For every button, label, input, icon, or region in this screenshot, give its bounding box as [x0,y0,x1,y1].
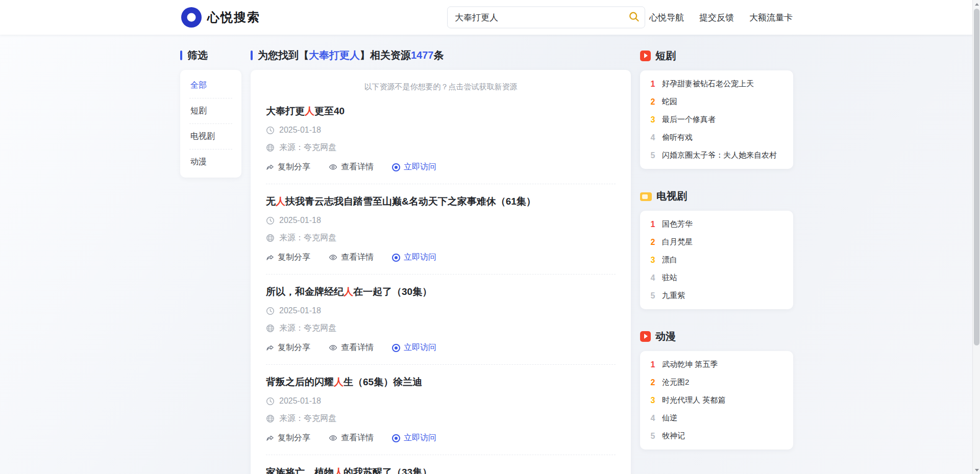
result-title-link[interactable]: 大奉打更人更至40 [266,105,616,118]
rank-text: 仙逆 [662,413,677,423]
rank-item[interactable]: 2 沧元图2 [649,373,784,391]
refresh-resources-link[interactable]: 以下资源不是你想要的？点击尝试获取新资源 [266,82,616,92]
rank-text: 偷听有戏 [662,133,693,142]
result-title-link[interactable]: 背叛之后的闪耀人生（65集）徐兰迪 [266,376,616,389]
rank-item[interactable]: 1 武动乾坤 第五季 [649,356,784,373]
scroll-up-button[interactable] [973,0,980,8]
result-title-link[interactable]: 家族将亡，植物人的我苏醒了（33集） [266,466,616,474]
view-detail-button[interactable]: 查看详情 [329,162,374,172]
results-card: 以下资源不是你想要的？点击尝试获取新资源 大奉打更人更至40 2025-01-1… [251,70,631,474]
result-source-row: 来源：夸克网盘 [266,142,616,153]
result-date-row: 2025-01-18 [266,306,616,315]
nav-link[interactable]: 提交反馈 [699,12,734,23]
filter-item[interactable]: 动漫 [189,149,232,174]
result-source-row: 来源：夸克网盘 [266,233,616,243]
nav-link[interactable]: 大额流量卡 [749,12,793,23]
tv-icon [640,191,652,202]
copy-share-button[interactable]: 复制分享 [266,162,310,172]
result-item: 无人扶我青云志我自踏雪至山巅&名动天下之家事难休（61集） 2025-01-18 [266,184,616,274]
rank-item[interactable]: 3 最后一个修真者 [649,111,784,129]
drama-play-icon [640,51,651,61]
rank-number: 5 [649,432,656,441]
rank-text: 沧元图2 [662,378,689,387]
rank-item[interactable]: 2 蛇园 [649,93,784,111]
ranking-title: 动漫 [655,330,676,343]
scrollbar[interactable] [972,0,980,474]
rank-number: 5 [649,151,656,160]
view-detail-button[interactable]: 查看详情 [329,342,374,353]
visit-now-button[interactable]: 立即访问 [392,342,436,353]
copy-share-button[interactable]: 复制分享 [266,252,310,263]
rank-number: 4 [649,273,656,283]
rank-item[interactable]: 1 好孕甜妻被钻石老公宠上天 [649,75,784,93]
result-actions: 复制分享 查看详情 [266,252,616,263]
filter-item[interactable]: 电视剧 [189,124,232,149]
result-item: 背叛之后的闪耀人生（65集）徐兰迪 2025-01-18 [266,364,616,455]
rank-item[interactable]: 2 白月梵星 [649,233,784,251]
rank-item[interactable]: 5 九重紫 [649,287,784,305]
result-date-row: 2025-01-18 [266,396,616,406]
eye-icon [329,343,337,352]
results-found-middle: 】相关资源 [360,48,411,62]
logo-text: 心悦搜索 [207,9,260,26]
nav-link[interactable]: 心悦导航 [649,12,684,23]
clock-icon [266,126,275,135]
search-icon [628,11,640,24]
logo[interactable]: 心悦搜索 [181,7,260,28]
filter-item[interactable]: 短剧 [189,98,232,124]
rank-item[interactable]: 5 闪婚京圈太子爷：夫人她来自农村 [649,146,784,164]
rank-item[interactable]: 3 时光代理人 英都篇 [649,391,784,409]
rank-item[interactable]: 3 漂白 [649,251,784,269]
view-detail-button[interactable]: 查看详情 [329,252,374,263]
results-found-prefix: 为您找到【 [258,48,309,62]
ranking-title: 短剧 [655,49,676,63]
filter-title: 筛选 [187,48,208,62]
ranking-section-duanju: 短剧 1 好孕甜妻被钻石老公宠上天 2 蛇园 3 最后一个修真者 [640,49,793,169]
result-item: 所以，和金牌经纪人在一起了（30集） 2025-01-18 [266,274,616,364]
result-title-link[interactable]: 所以，和金牌经纪人在一起了（30集） [266,285,616,298]
rank-text: 国色芳华 [662,219,693,229]
page-content: 筛选 全部 短剧 电视剧 动漫 为您找到【大奉打更人】相关资源 1477 条 以… [0,35,980,474]
result-source: 来源：夸克网盘 [279,323,336,334]
search-button[interactable] [623,7,645,28]
results-count: 1477 [411,49,434,61]
scroll-up-icon [975,3,979,6]
scroll-down-icon [975,469,979,471]
rank-item[interactable]: 1 国色芳华 [649,215,784,233]
globe-icon [266,414,275,423]
ranking-tv-header: 电视剧 [640,189,793,203]
result-source: 来源：夸克网盘 [279,413,336,424]
ranking-tv-card: 1 国色芳华 2 白月梵星 3 漂白 4 驻站 [640,211,793,309]
visit-now-button[interactable]: 立即访问 [392,433,436,443]
clock-icon [266,307,275,315]
search-input[interactable] [448,12,623,22]
ranking-title: 电视剧 [656,189,687,203]
rank-text: 牧神记 [662,431,685,441]
copy-share-button[interactable]: 复制分享 [266,342,310,353]
rankings-column: 短剧 1 好孕甜妻被钻石老公宠上天 2 蛇园 3 最后一个修真者 [640,49,793,470]
target-icon [392,434,400,442]
target-icon [392,254,400,262]
top-header: 心悦搜索 心悦导航 提交反馈 大额流量卡 [0,0,980,35]
result-date: 2025-01-18 [279,306,321,315]
rank-text: 驻站 [662,273,677,283]
view-detail-button[interactable]: 查看详情 [329,433,374,443]
rank-number: 2 [649,238,656,247]
copy-share-button[interactable]: 复制分享 [266,433,310,443]
filter-item[interactable]: 全部 [189,73,232,98]
result-title-link[interactable]: 无人扶我青云志我自踏雪至山巅&名动天下之家事难休（61集） [266,195,616,208]
share-icon [266,254,274,262]
results-header: 为您找到【大奉打更人】相关资源 1477 条 [251,49,631,61]
result-item: 大奉打更人更至40 2025-01-18 [266,94,616,184]
rank-item[interactable]: 4 仙逆 [649,409,784,427]
anime-play-icon [640,331,651,342]
visit-now-button[interactable]: 立即访问 [392,252,436,263]
rank-item[interactable]: 4 偷听有戏 [649,129,784,146]
rank-item[interactable]: 4 驻站 [649,269,784,287]
scrollbar-thumb[interactable] [974,9,979,345]
rank-item[interactable]: 5 牧神记 [649,427,784,445]
scroll-down-button[interactable] [973,466,980,474]
ranking-anime-card: 1 武动乾坤 第五季 2 沧元图2 3 时光代理人 英都篇 4 [640,351,793,450]
rank-text: 九重紫 [662,291,685,301]
visit-now-button[interactable]: 立即访问 [392,162,436,172]
